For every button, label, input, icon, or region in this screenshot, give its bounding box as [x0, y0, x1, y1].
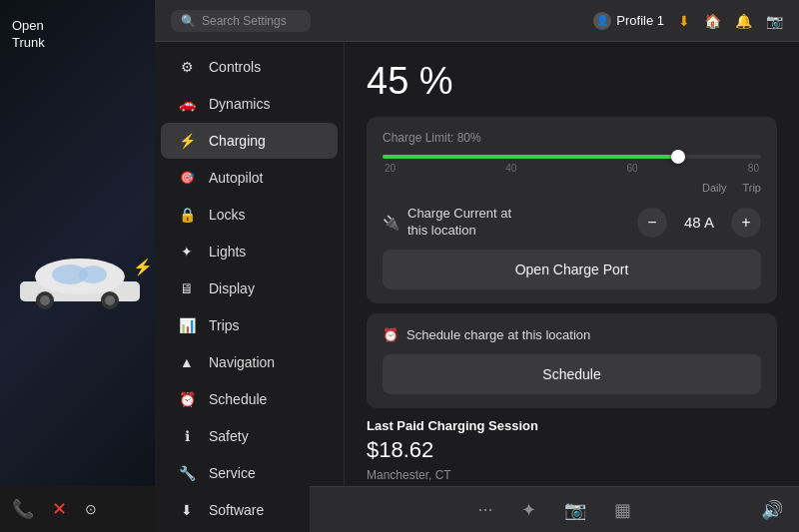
lights-icon: ✦: [177, 244, 197, 260]
trips-label: Trips: [209, 317, 240, 333]
display-icon: 🖥: [177, 280, 197, 296]
sidebar-item-lights[interactable]: ✦ Lights: [161, 234, 338, 269]
taskbar-camera-icon[interactable]: 📷: [564, 499, 586, 521]
safety-icon: ℹ: [177, 428, 197, 444]
mark-40: 40: [505, 163, 516, 174]
svg-point-5: [40, 295, 50, 305]
taskbar-bluetooth-icon[interactable]: ✦: [521, 499, 536, 521]
taskbar-grid-icon[interactable]: ▦: [614, 499, 631, 521]
circle-icon[interactable]: ⊙: [85, 501, 97, 517]
plug-icon: 🔌: [383, 215, 400, 231]
home-icon[interactable]: 🏠: [704, 13, 721, 29]
search-box[interactable]: 🔍 Search Settings: [171, 10, 311, 32]
increase-current-button[interactable]: +: [731, 208, 761, 238]
search-placeholder: Search Settings: [202, 14, 287, 28]
daily-label: Daily: [702, 182, 726, 194]
trips-icon: 📊: [177, 317, 197, 333]
slider-track[interactable]: [383, 155, 761, 159]
charge-current-label: 🔌 Charge Current at this location: [383, 206, 511, 240]
dynamics-label: Dynamics: [209, 96, 270, 112]
sidebar-item-trips[interactable]: 📊 Trips: [161, 307, 338, 343]
sidebar-item-controls[interactable]: ⚙ Controls: [161, 49, 338, 85]
charge-limit-label: Charge Limit: 80%: [383, 131, 761, 145]
last-session-title: Last Paid Charging Session: [367, 418, 777, 433]
safety-label: Safety: [209, 428, 249, 444]
schedule-header-text: Schedule charge at this location: [406, 327, 590, 342]
bell-icon[interactable]: 🔔: [735, 13, 752, 29]
car-bottom-bar: 📞 ✕ ⊙: [0, 486, 155, 532]
clock-icon: ⏰: [383, 327, 399, 342]
mark-80: 80: [748, 163, 759, 174]
sidebar-item-navigation[interactable]: ▲ Navigation: [161, 344, 338, 380]
current-control: − 48 A +: [637, 208, 761, 238]
slider-mode-labels: Daily Trip: [383, 182, 761, 194]
controls-label: Controls: [209, 59, 261, 75]
mark-60: 60: [627, 163, 638, 174]
sidebar-item-charging[interactable]: ⚡ Charging: [161, 123, 338, 159]
slider-fill: [383, 155, 678, 159]
software-icon: ⬇: [177, 502, 197, 518]
sidebar-item-safety[interactable]: ℹ Safety: [161, 418, 338, 454]
phone-icon[interactable]: 📞: [12, 498, 34, 520]
service-label: Service: [209, 465, 256, 481]
session-amount: $18.62: [367, 437, 777, 463]
sidebar-item-dynamics[interactable]: 🚗 Dynamics: [161, 86, 338, 122]
navigation-label: Navigation: [209, 354, 275, 370]
trip-label: Trip: [742, 182, 761, 194]
schedule-button[interactable]: Schedule: [383, 354, 761, 394]
autopilot-icon: 🎯: [177, 171, 197, 185]
charge-current-row: 🔌 Charge Current at this location − 48 A…: [383, 206, 761, 240]
locks-icon: 🔒: [177, 207, 197, 223]
schedule-icon: ⏰: [177, 391, 197, 407]
lights-label: Lights: [209, 244, 246, 260]
open-trunk-button[interactable]: Open Trunk: [12, 18, 45, 52]
charging-lightning-icon: ⚡: [133, 258, 153, 276]
sidebar-item-autopilot[interactable]: 🎯 Autopilot: [161, 160, 338, 196]
car-background: Open Trunk ⚡: [0, 0, 160, 532]
battery-percent-display: 45 %: [367, 60, 777, 103]
charge-current-text: Charge Current at this location: [407, 206, 511, 240]
locks-label: Locks: [209, 207, 246, 223]
sidebar-item-display[interactable]: 🖥 Display: [161, 270, 338, 306]
car-silhouette: [15, 247, 145, 311]
sidebar-item-schedule[interactable]: ⏰ Schedule: [161, 381, 338, 417]
profile-button[interactable]: 👤 Profile 1: [593, 12, 664, 30]
top-bar: 🔍 Search Settings 👤 Profile 1 ⬇ 🏠 🔔 📷: [155, 0, 799, 42]
open-charge-port-button[interactable]: Open Charge Port: [383, 250, 761, 289]
download-icon[interactable]: ⬇: [678, 13, 690, 29]
x-icon[interactable]: ✕: [52, 498, 67, 520]
taskbar: ··· ✦ 📷 ▦ 🔊: [310, 486, 799, 532]
charge-limit-section: Charge Limit: 80% 20 40 60 80 Daily: [367, 117, 777, 303]
navigation-icon: ▲: [177, 354, 197, 370]
service-icon: 🔧: [177, 465, 197, 481]
sidebar-item-locks[interactable]: 🔒 Locks: [161, 197, 338, 233]
autopilot-label: Autopilot: [209, 170, 263, 186]
taskbar-volume-icon[interactable]: 🔊: [761, 499, 783, 521]
charging-icon: ⚡: [177, 133, 197, 149]
svg-point-7: [105, 295, 115, 305]
decrease-current-button[interactable]: −: [637, 208, 667, 238]
schedule-section: ⏰ Schedule charge at this location Sched…: [367, 313, 777, 408]
charging-label: Charging: [209, 133, 266, 149]
taskbar-dots-icon[interactable]: ···: [477, 499, 492, 520]
slider-thumb[interactable]: [671, 150, 685, 164]
profile-avatar: 👤: [593, 12, 611, 30]
profile-label: Profile 1: [616, 13, 664, 28]
schedule-header: ⏰ Schedule charge at this location: [383, 327, 761, 342]
charging-main-content: 45 % Charge Limit: 80% 20 40 60 80: [345, 42, 799, 532]
display-label: Display: [209, 280, 255, 296]
schedule-label: Schedule: [209, 391, 267, 407]
session-location: Manchester, CT: [367, 466, 777, 485]
svg-point-3: [79, 266, 107, 283]
camera-icon[interactable]: 📷: [766, 13, 783, 29]
content-area: ⚙ Controls 🚗 Dynamics ⚡ Charging 🎯 Autop…: [155, 42, 799, 532]
dynamics-icon: 🚗: [177, 96, 197, 112]
software-label: Software: [209, 502, 264, 518]
top-right-area: 👤 Profile 1 ⬇ 🏠 🔔 📷: [593, 12, 783, 30]
search-icon: 🔍: [181, 14, 196, 28]
controls-icon: ⚙: [177, 59, 197, 75]
current-value-display: 48 A: [681, 214, 717, 231]
slider-marks: 20 40 60 80: [383, 163, 761, 174]
settings-panel: 🔍 Search Settings 👤 Profile 1 ⬇ 🏠 🔔 📷 ⚙ …: [155, 0, 799, 532]
mark-20: 20: [385, 163, 396, 174]
